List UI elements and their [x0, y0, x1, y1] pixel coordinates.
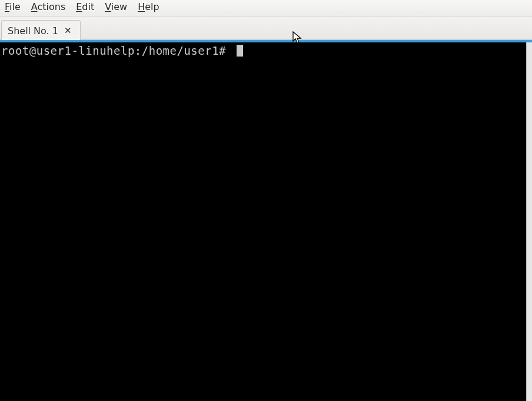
- close-icon[interactable]: ✕: [64, 26, 72, 35]
- menu-edit[interactable]: Edit: [76, 1, 94, 12]
- prompt-text: root@user1-linuhelp:/home/user1#: [1, 44, 233, 57]
- terminal-cursor: [237, 45, 243, 57]
- prompt-line: root@user1-linuhelp:/home/user1#: [1, 44, 531, 57]
- tab-bar: Shell No. 1 ✕: [0, 16, 532, 40]
- menu-file-rest: ile: [9, 1, 21, 12]
- tab-shell-1[interactable]: Shell No. 1 ✕: [1, 20, 81, 40]
- tab-label: Shell No. 1: [8, 25, 58, 37]
- menu-actions-rest: ctions: [37, 1, 65, 12]
- menu-view[interactable]: View: [105, 1, 127, 12]
- menu-file[interactable]: File: [5, 1, 21, 12]
- menu-help-rest: elp: [145, 1, 159, 12]
- menu-edit-rest: dit: [82, 1, 94, 12]
- menu-view-rest: iew: [111, 1, 127, 12]
- terminal[interactable]: root@user1-linuhelp:/home/user1#: [0, 42, 532, 401]
- menubar: File Actions Edit View Help: [0, 0, 532, 16]
- menu-help[interactable]: Help: [138, 1, 159, 12]
- scrollbar[interactable]: [526, 42, 532, 401]
- menu-actions[interactable]: Actions: [31, 1, 65, 12]
